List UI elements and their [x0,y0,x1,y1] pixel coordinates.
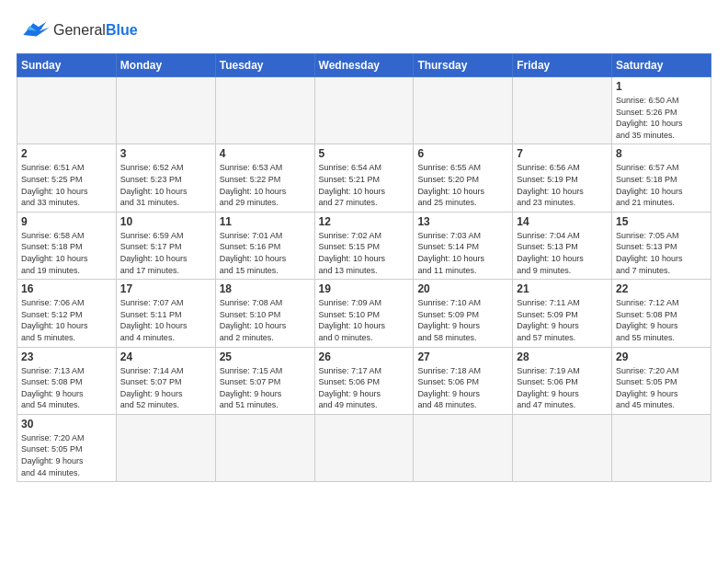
day-info: Sunrise: 7:19 AM Sunset: 5:06 PM Dayligh… [517,365,608,411]
logo: GeneralBlue [17,17,138,44]
day-info: Sunrise: 6:54 AM Sunset: 5:21 PM Dayligh… [319,162,410,208]
page: GeneralBlue SundayMondayTuesdayWednesday… [0,0,728,563]
calendar-cell: 30Sunrise: 7:20 AM Sunset: 5:05 PM Dayli… [17,414,117,481]
day-number: 24 [120,350,211,363]
day-info: Sunrise: 6:51 AM Sunset: 5:25 PM Dayligh… [21,162,112,208]
day-info: Sunrise: 7:12 AM Sunset: 5:08 PM Dayligh… [616,297,707,343]
calendar-cell [513,414,612,481]
day-number: 7 [517,147,608,160]
day-info: Sunrise: 7:20 AM Sunset: 5:05 PM Dayligh… [616,365,707,411]
calendar-cell: 10Sunrise: 6:59 AM Sunset: 5:17 PM Dayli… [116,212,215,279]
day-number: 8 [616,147,707,160]
day-info: Sunrise: 6:58 AM Sunset: 5:18 PM Dayligh… [21,230,112,276]
calendar-cell: 1Sunrise: 6:50 AM Sunset: 5:26 PM Daylig… [612,77,711,144]
day-number: 3 [120,147,211,160]
calendar-cell [314,77,414,144]
day-number: 29 [616,350,707,363]
day-number: 19 [319,282,410,295]
calendar-cell: 8Sunrise: 6:57 AM Sunset: 5:18 PM Daylig… [612,144,711,212]
day-number: 10 [120,215,211,228]
calendar-cell [116,77,215,144]
calendar-cell: 6Sunrise: 6:55 AM Sunset: 5:20 PM Daylig… [414,144,513,212]
calendar-cell: 25Sunrise: 7:15 AM Sunset: 5:07 PM Dayli… [215,347,314,414]
day-number: 30 [21,418,112,431]
day-info: Sunrise: 7:17 AM Sunset: 5:06 PM Dayligh… [319,365,410,411]
weekday-wednesday: Wednesday [314,54,414,77]
day-number: 20 [417,282,508,295]
calendar-cell: 14Sunrise: 7:04 AM Sunset: 5:13 PM Dayli… [513,212,612,279]
header: GeneralBlue [17,17,711,44]
day-info: Sunrise: 7:10 AM Sunset: 5:09 PM Dayligh… [417,297,508,343]
calendar-cell [414,77,513,144]
calendar-cell: 13Sunrise: 7:03 AM Sunset: 5:14 PM Dayli… [414,212,513,279]
weekday-friday: Friday [513,54,612,77]
calendar-cell: 12Sunrise: 7:02 AM Sunset: 5:15 PM Dayli… [314,212,414,279]
calendar-cell: 20Sunrise: 7:10 AM Sunset: 5:09 PM Dayli… [414,280,513,347]
calendar-cell: 4Sunrise: 6:53 AM Sunset: 5:22 PM Daylig… [215,144,314,212]
day-number: 28 [517,350,608,363]
week-row-6: 30Sunrise: 7:20 AM Sunset: 5:05 PM Dayli… [17,414,711,481]
day-number: 18 [220,282,311,295]
calendar-cell: 24Sunrise: 7:14 AM Sunset: 5:07 PM Dayli… [116,347,215,414]
calendar-cell: 27Sunrise: 7:18 AM Sunset: 5:06 PM Dayli… [414,347,513,414]
day-info: Sunrise: 6:52 AM Sunset: 5:23 PM Dayligh… [120,162,211,208]
day-info: Sunrise: 6:56 AM Sunset: 5:19 PM Dayligh… [517,162,608,208]
calendar-cell: 5Sunrise: 6:54 AM Sunset: 5:21 PM Daylig… [314,144,414,212]
calendar-cell: 2Sunrise: 6:51 AM Sunset: 5:25 PM Daylig… [17,144,117,212]
day-info: Sunrise: 7:06 AM Sunset: 5:12 PM Dayligh… [21,297,112,343]
day-number: 27 [417,350,508,363]
day-info: Sunrise: 7:13 AM Sunset: 5:08 PM Dayligh… [21,365,112,411]
day-number: 25 [220,350,311,363]
day-info: Sunrise: 6:55 AM Sunset: 5:20 PM Dayligh… [417,162,508,208]
day-number: 6 [417,147,508,160]
logo-icon [17,17,50,44]
day-number: 17 [120,282,211,295]
week-row-1: 1Sunrise: 6:50 AM Sunset: 5:26 PM Daylig… [17,77,711,144]
calendar-cell: 3Sunrise: 6:52 AM Sunset: 5:23 PM Daylig… [116,144,215,212]
calendar-cell: 19Sunrise: 7:09 AM Sunset: 5:10 PM Dayli… [314,280,414,347]
day-info: Sunrise: 7:08 AM Sunset: 5:10 PM Dayligh… [220,297,311,343]
day-info: Sunrise: 7:04 AM Sunset: 5:13 PM Dayligh… [517,230,608,276]
calendar-cell [612,414,711,481]
calendar-cell [414,414,513,481]
day-number: 14 [517,215,608,228]
calendar-cell [513,77,612,144]
day-info: Sunrise: 6:59 AM Sunset: 5:17 PM Dayligh… [120,230,211,276]
day-number: 5 [319,147,410,160]
calendar-cell: 18Sunrise: 7:08 AM Sunset: 5:10 PM Dayli… [215,280,314,347]
weekday-thursday: Thursday [414,54,513,77]
calendar-cell: 22Sunrise: 7:12 AM Sunset: 5:08 PM Dayli… [612,280,711,347]
day-number: 11 [220,215,311,228]
day-info: Sunrise: 7:01 AM Sunset: 5:16 PM Dayligh… [220,230,311,276]
day-number: 2 [21,147,112,160]
day-number: 1 [616,80,707,93]
calendar-cell [215,414,314,481]
day-info: Sunrise: 7:05 AM Sunset: 5:13 PM Dayligh… [616,230,707,276]
day-number: 15 [616,215,707,228]
calendar-cell: 21Sunrise: 7:11 AM Sunset: 5:09 PM Dayli… [513,280,612,347]
week-row-4: 16Sunrise: 7:06 AM Sunset: 5:12 PM Dayli… [17,280,711,347]
day-number: 12 [319,215,410,228]
calendar-cell [314,414,414,481]
day-info: Sunrise: 7:03 AM Sunset: 5:14 PM Dayligh… [417,230,508,276]
calendar-cell: 17Sunrise: 7:07 AM Sunset: 5:11 PM Dayli… [116,280,215,347]
day-number: 26 [319,350,410,363]
day-info: Sunrise: 7:02 AM Sunset: 5:15 PM Dayligh… [319,230,410,276]
calendar-cell: 15Sunrise: 7:05 AM Sunset: 5:13 PM Dayli… [612,212,711,279]
day-info: Sunrise: 7:15 AM Sunset: 5:07 PM Dayligh… [220,365,311,411]
calendar: SundayMondayTuesdayWednesdayThursdayFrid… [17,53,711,482]
day-number: 13 [417,215,508,228]
calendar-cell: 28Sunrise: 7:19 AM Sunset: 5:06 PM Dayli… [513,347,612,414]
calendar-cell: 23Sunrise: 7:13 AM Sunset: 5:08 PM Dayli… [17,347,117,414]
logo-text-block: GeneralBlue [53,22,138,39]
day-info: Sunrise: 7:14 AM Sunset: 5:07 PM Dayligh… [120,365,211,411]
calendar-cell: 26Sunrise: 7:17 AM Sunset: 5:06 PM Dayli… [314,347,414,414]
calendar-cell: 11Sunrise: 7:01 AM Sunset: 5:16 PM Dayli… [215,212,314,279]
day-number: 21 [517,282,608,295]
day-number: 16 [21,282,112,295]
weekday-sunday: Sunday [17,54,117,77]
week-row-5: 23Sunrise: 7:13 AM Sunset: 5:08 PM Dayli… [17,347,711,414]
day-info: Sunrise: 7:11 AM Sunset: 5:09 PM Dayligh… [517,297,608,343]
calendar-cell: 29Sunrise: 7:20 AM Sunset: 5:05 PM Dayli… [612,347,711,414]
day-number: 22 [616,282,707,295]
